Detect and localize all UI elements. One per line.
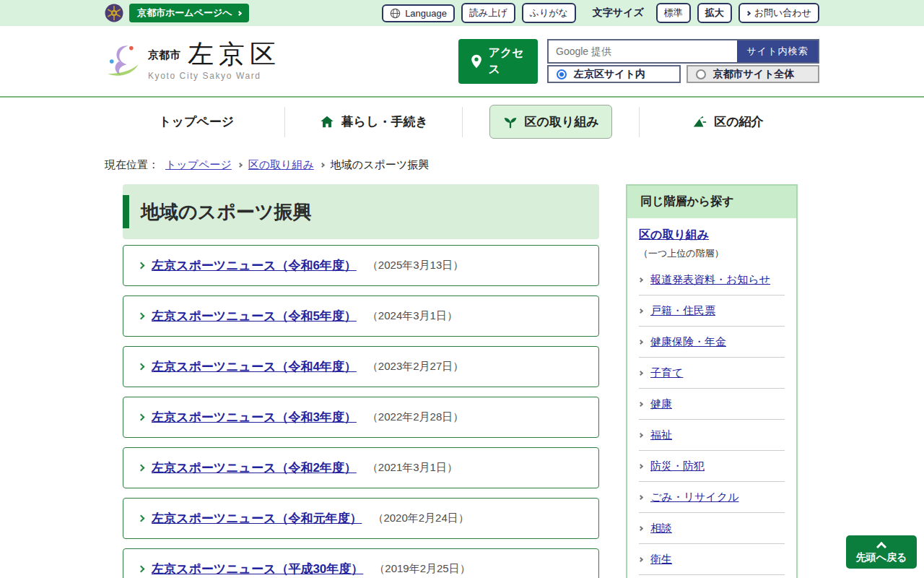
chevron-right-icon [138, 515, 145, 522]
sidebar-link[interactable]: 健康 [650, 397, 672, 411]
sidebar-header: 同じ階層から探す [627, 186, 796, 218]
chevron-right-icon [638, 402, 643, 407]
search-scope-city-option[interactable]: 京都市サイト全体 [687, 65, 820, 83]
news-link[interactable]: 左京スポーツニュース（平成30年度） [152, 561, 363, 577]
font-size-large-button[interactable]: 拡大 [697, 3, 732, 23]
furigana-label: ふりがな [530, 7, 568, 20]
primary-nav: トップページ 暮らし・手続き 区の取り組み [0, 96, 924, 146]
mountain-flag-icon [692, 114, 707, 130]
sibling-navigation-sidebar: 同じ階層から探す 区の取り組み （一つ上位の階層） 報道発表資料・お知らせ 戸籍… [626, 184, 798, 578]
news-link[interactable]: 左京スポーツニュース（令和6年度） [152, 257, 357, 274]
logo-city-label: 京都市 [148, 48, 180, 67]
nav-item-living-procedures[interactable]: 暮らし・手続き [319, 113, 428, 130]
sidebar-link[interactable]: 福祉 [650, 428, 672, 442]
news-link[interactable]: 左京スポーツニュース（令和2年度） [152, 460, 357, 476]
site-logo[interactable]: 京都市 左京区 Kyoto City Sakyo Ward [105, 41, 281, 81]
news-link[interactable]: 左京スポーツニュース（令和元年度） [152, 510, 362, 527]
search-input[interactable] [549, 40, 737, 62]
sidebar-link[interactable]: ごみ・リサイクル [650, 491, 738, 504]
chevron-right-icon [638, 464, 643, 469]
language-label: Language [405, 8, 447, 19]
logo-english-label: Kyoto City Sakyo Ward [148, 71, 281, 81]
radio-unselected-icon[interactable] [696, 69, 706, 79]
page-title: 地域のスポーツ振興 [123, 195, 599, 228]
breadcrumb: 現在位置： トップページ 区の取り組み 地域のスポーツ振興 [105, 158, 819, 172]
sidebar-link[interactable]: 報道発表資料・お知らせ [650, 273, 770, 287]
contact-button[interactable]: お問い合わせ [738, 3, 819, 23]
kyoto-city-home-label: 京都市ホームページへ [137, 7, 232, 20]
home-icon [319, 114, 335, 130]
font-size-standard-button[interactable]: 標準 [656, 3, 691, 23]
search-scope-ward-option[interactable]: 左京区サイト内 [547, 65, 681, 83]
sidebar-link[interactable]: 健康保険・年金 [650, 335, 726, 349]
sakyo-logo-mark-icon [105, 43, 142, 80]
nav-item-living-procedures-label: 暮らし・手続き [341, 113, 428, 130]
access-button[interactable]: アクセス [458, 39, 538, 84]
chevron-right-icon [138, 566, 145, 573]
chevron-right-icon [138, 363, 145, 371]
breadcrumb-link-top-page[interactable]: トップページ [165, 158, 232, 172]
news-date: （2020年2月24日） [372, 512, 468, 525]
sidebar-item-welfare: 福祉 [639, 420, 785, 451]
sidebar-item-sanitation: 衛生 [639, 544, 785, 575]
news-date: （2019年2月25日） [374, 562, 470, 576]
news-link[interactable]: 左京スポーツニュース（令和4年度） [152, 358, 357, 375]
chevron-right-icon [638, 371, 643, 376]
back-to-top-button[interactable]: 先頭へ戻る [846, 535, 917, 569]
chevron-right-icon [638, 433, 643, 438]
site-search: サイト内検索 左京区サイト内 京都市サイト全体 [547, 39, 819, 83]
language-button[interactable]: Language [382, 4, 455, 22]
contact-label: お問い合わせ [754, 7, 811, 20]
sidebar-parent-link[interactable]: 区の取り組み [639, 228, 709, 241]
news-date: （2024年3月1日） [367, 309, 458, 323]
nav-item-ward-initiatives[interactable]: 区の取り組み [489, 105, 612, 139]
sidebar-link[interactable]: 相談 [650, 522, 672, 535]
chevron-right-icon [638, 309, 643, 314]
news-date: （2021年3月1日） [367, 461, 458, 475]
chevron-right-icon [638, 495, 643, 500]
news-link[interactable]: 左京スポーツニュース（令和3年度） [152, 409, 357, 426]
sidebar-item-health-insurance: 健康保険・年金 [639, 327, 785, 358]
search-scope-ward-label: 左京区サイト内 [574, 68, 645, 81]
main-content: 地域のスポーツ振興 左京スポーツニュース（令和6年度） （2025年3月13日）… [123, 184, 599, 578]
sidebar-parent-note: （一つ上位の階層） [639, 247, 785, 260]
chevron-right-icon [746, 10, 751, 15]
news-link[interactable]: 左京スポーツニュース（令和5年度） [152, 308, 357, 324]
chevron-right-icon [237, 163, 243, 168]
news-item: 左京スポーツニュース（令和2年度） （2021年3月1日） [123, 447, 599, 488]
news-list: 左京スポーツニュース（令和6年度） （2025年3月13日） 左京スポーツニュー… [123, 245, 599, 578]
chevron-right-icon [638, 277, 643, 282]
sidebar-item-garbage-recycling: ごみ・リサイクル [639, 482, 785, 513]
kyoto-city-home-button[interactable]: 京都市ホームページへ [129, 4, 249, 22]
breadcrumb-link-ward-initiatives[interactable]: 区の取り組み [248, 158, 314, 172]
utility-bar: 京都市ホームページへ Language 読み上げ ふりがな 文字サイズ 標準 [0, 0, 924, 26]
nav-item-top-page[interactable]: トップページ [159, 113, 234, 130]
sidebar-link[interactable]: 衛生 [650, 553, 672, 566]
site-header: 京都市 左京区 Kyoto City Sakyo Ward アクセス サイト内検… [0, 26, 924, 96]
sidebar-item-press-releases: 報道発表資料・お知らせ [639, 264, 785, 296]
font-size-large-label: 拡大 [705, 7, 724, 20]
chevron-right-icon [138, 414, 145, 421]
sidebar-item-consultation: 相談 [639, 513, 785, 544]
sidebar-item-family-register: 戸籍・住民票 [639, 296, 785, 327]
chevron-up-icon [876, 542, 886, 552]
breadcrumb-current-page: 地域のスポーツ振興 [331, 158, 429, 172]
logo-text: 京都市 左京区 Kyoto City Sakyo Ward [148, 41, 281, 81]
sidebar-link[interactable]: 戸籍・住民票 [650, 304, 715, 318]
nav-item-ward-introduction-label: 区の紹介 [714, 113, 763, 130]
news-item: 左京スポーツニュース（令和4年度） （2023年2月27日） [123, 346, 599, 387]
news-item: 左京スポーツニュース（令和5年度） （2024年3月1日） [123, 296, 599, 337]
sidebar-link[interactable]: 防災・防犯 [650, 460, 705, 473]
furigana-button[interactable]: ふりがな [522, 3, 576, 23]
chevron-right-icon [320, 163, 325, 168]
sidebar-link[interactable]: 子育て [650, 366, 683, 380]
radio-selected-icon[interactable] [557, 69, 567, 79]
font-size-label: 文字サイズ [593, 7, 644, 20]
back-to-top-label: 先頭へ戻る [856, 551, 907, 564]
font-size-standard-label: 標準 [664, 7, 683, 20]
chevron-right-icon [236, 10, 241, 15]
nav-item-ward-introduction[interactable]: 区の紹介 [692, 113, 763, 130]
read-aloud-button[interactable]: 読み上げ [461, 3, 515, 23]
search-submit-button[interactable]: サイト内検索 [737, 40, 818, 62]
sidebar-item-childcare: 子育て [639, 358, 785, 389]
